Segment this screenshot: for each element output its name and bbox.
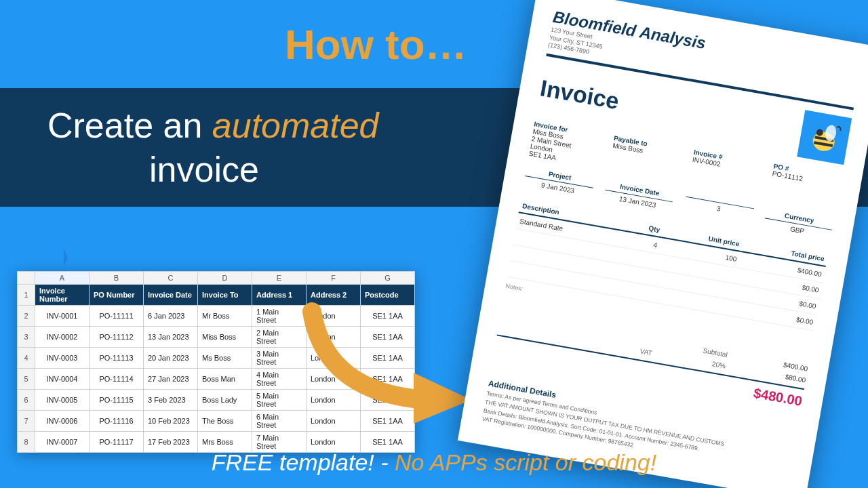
grand-total: $480.00: [741, 384, 804, 409]
sheet-header-cell: Invoice To: [198, 285, 252, 306]
sheet-cell: PO-11111: [90, 306, 144, 327]
sheet-cell: 3 Feb 2023: [144, 390, 198, 411]
sheet-cell: 6 Jan 2023: [144, 306, 198, 327]
col-header: E: [252, 272, 307, 285]
heading-post: invoice: [47, 150, 259, 189]
sheet-header-cell: Invoice Number: [35, 285, 90, 306]
sheet-cell: INV-0003: [35, 348, 90, 369]
sheet-cell: Miss Boss: [198, 327, 252, 348]
col-header: B: [90, 272, 144, 285]
sheet-cell: Boss Man: [198, 369, 252, 390]
sheet-cell: INV-0001: [35, 306, 90, 327]
sheet-cell: PO-11112: [90, 327, 144, 348]
main-heading: Create an automated invoice: [47, 104, 379, 192]
sheet-cell: Ms Boss: [198, 348, 252, 369]
invoice-preview: Bloomfield Analysis 123 Your Street Your…: [458, 0, 868, 488]
footer-tagline: FREE template! - No APPs script or codin…: [0, 449, 868, 476]
footer-part2: No APPs script or coding!: [395, 449, 656, 475]
sheet-cell: INV-0005: [35, 390, 90, 411]
kicker-text: How to…: [285, 20, 467, 68]
sheet-cell: INV-0004: [35, 369, 90, 390]
sheet-header-cell: Invoice Date: [144, 285, 198, 306]
footer-part1: FREE template! -: [212, 449, 395, 475]
heading-accent: automated: [212, 106, 379, 145]
sheet-cell: Mr Boss: [198, 306, 252, 327]
sheet-cell: INV-0006: [35, 411, 90, 432]
col-header: A: [35, 272, 90, 285]
sheet-cell: PO-11116: [90, 411, 144, 432]
heading-pre: Create an: [47, 106, 212, 145]
sheet-cell: 20 Jan 2023: [144, 348, 198, 369]
bee-logo-icon: [797, 110, 852, 165]
corner-cell: [18, 272, 35, 285]
sheet-cell: PO-11114: [90, 369, 144, 390]
sheet-cell: Boss Lady: [198, 390, 252, 411]
sheet-cell: The Boss: [198, 411, 252, 432]
sheet-cell: PO-11115: [90, 390, 144, 411]
sheet-cell: 10 Feb 2023: [144, 411, 198, 432]
col-header: D: [198, 272, 252, 285]
sheet-cell: PO-11113: [90, 348, 144, 369]
col-header: F: [307, 272, 361, 285]
sheet-cell: INV-0002: [35, 327, 90, 348]
invoice-title: Invoice: [538, 75, 621, 115]
sheet-cell: 27 Jan 2023: [144, 369, 198, 390]
arrow-icon: [298, 298, 488, 427]
sheet-cell: 13 Jan 2023: [144, 327, 198, 348]
sheet-header-cell: PO Number: [90, 285, 144, 306]
col-header: C: [144, 272, 198, 285]
col-header: G: [361, 272, 415, 285]
